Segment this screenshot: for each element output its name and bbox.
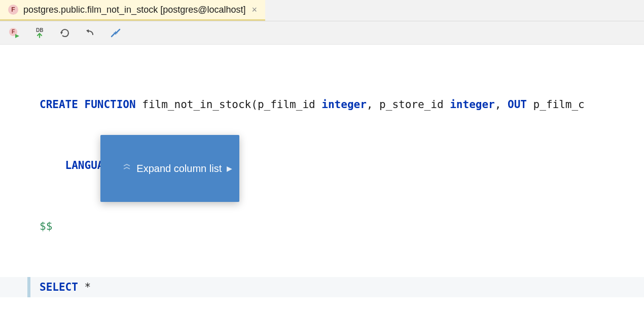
upload-db-button[interactable]: DB: [33, 27, 46, 39]
tab-bar: F postgres.public.film_not_in_stock [pos…: [0, 0, 644, 21]
refresh-button[interactable]: [59, 27, 71, 39]
code-line: $$: [0, 216, 644, 236]
undo-button[interactable]: [84, 27, 96, 39]
chevron-right-icon: ▶: [227, 158, 232, 179]
code-line: CREATE FUNCTION film_not_in_stock(p_film…: [0, 94, 644, 115]
tab-title: postgres.public.film_not_in_stock [postg…: [23, 5, 246, 15]
intention-popup[interactable]: Expand column list ▶: [100, 135, 239, 202]
collapse-button[interactable]: [110, 27, 122, 39]
svg-marker-5: [86, 29, 89, 33]
function-icon: F: [8, 5, 18, 15]
close-icon[interactable]: ×: [251, 5, 259, 15]
toolbar: F DB: [0, 21, 644, 45]
svg-text:F: F: [12, 29, 15, 34]
intention-label: Expand column list: [136, 158, 222, 179]
svg-text:DB: DB: [36, 27, 43, 33]
svg-marker-2: [15, 34, 19, 38]
code-line: LANGUAGE SQL AS: [0, 155, 644, 176]
intention-icon: [105, 138, 131, 199]
svg-marker-4: [60, 32, 63, 34]
file-tab[interactable]: F postgres.public.film_not_in_stock [pos…: [0, 0, 265, 21]
code-line-highlighted: SELECT *: [0, 277, 644, 297]
code-editor[interactable]: CREATE FUNCTION film_not_in_stock(p_film…: [0, 45, 644, 311]
run-button[interactable]: F: [8, 27, 20, 39]
